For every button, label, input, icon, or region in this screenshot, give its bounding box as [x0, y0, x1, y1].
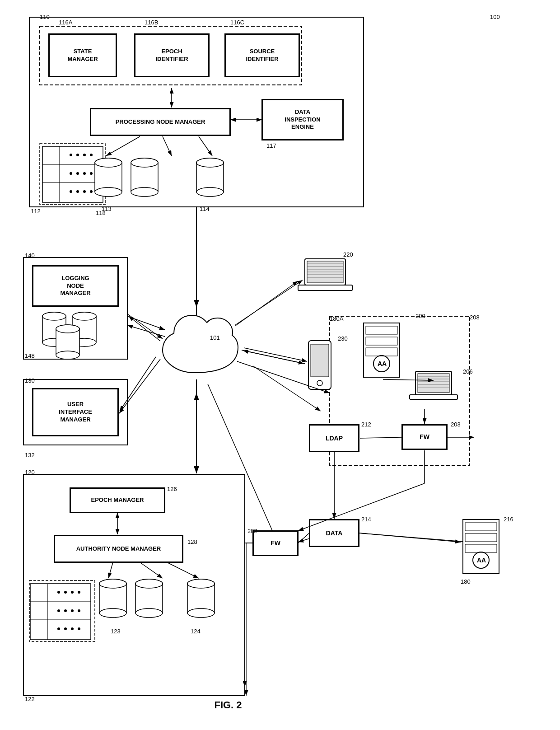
svg-line-41 — [360, 437, 402, 438]
logging-node-manager-box: LOGGINGNODEMANAGER — [33, 266, 118, 306]
phone-230 — [305, 340, 334, 392]
svg-point-114 — [57, 627, 60, 630]
cylinder-113a — [93, 157, 124, 198]
state-manager-box: STATEMANAGER — [49, 34, 117, 77]
svg-line-178 — [243, 351, 305, 364]
data-inspection-engine-box: DATAINSPECTIONENGINE — [262, 99, 343, 140]
ref-112: 112 — [31, 208, 41, 215]
svg-point-64 — [83, 190, 86, 193]
ref-120: 120 — [25, 469, 35, 476]
svg-rect-144 — [298, 285, 352, 290]
ref-124: 124 — [191, 628, 201, 635]
epoch-manager-box: EPOCH MANAGER — [70, 488, 165, 513]
ref-212: 212 — [361, 421, 371, 428]
cylinder-123a — [97, 578, 129, 619]
svg-line-176 — [235, 281, 298, 326]
ref-208: 208 — [470, 314, 480, 321]
ldap-box: LDAP — [309, 425, 359, 452]
svg-point-134 — [187, 608, 215, 618]
svg-rect-149 — [364, 323, 400, 377]
ref-206: 206 — [463, 368, 473, 375]
svg-rect-162 — [410, 395, 457, 399]
data-box: DATA — [309, 519, 359, 547]
svg-line-34 — [244, 348, 307, 361]
svg-point-56 — [83, 154, 86, 156]
svg-point-113 — [78, 609, 80, 612]
server-180: AA — [461, 517, 501, 576]
svg-point-57 — [90, 154, 93, 156]
svg-line-46 — [359, 533, 470, 542]
svg-text:AA: AA — [477, 557, 486, 564]
svg-point-63 — [76, 190, 79, 193]
grid-icon-bottom — [29, 583, 92, 641]
svg-line-13 — [163, 136, 172, 156]
cloud-shape — [149, 307, 239, 379]
ref-130: 130 — [25, 377, 35, 384]
svg-point-77 — [131, 158, 158, 167]
svg-line-25 — [108, 562, 113, 578]
svg-point-54 — [70, 154, 72, 156]
svg-line-177 — [242, 350, 304, 364]
ref-116a: 116A — [59, 19, 72, 26]
processing-node-manager-box: PROCESSING NODE MANAGER — [90, 108, 230, 136]
svg-point-110 — [57, 609, 60, 612]
svg-point-128 — [135, 608, 163, 618]
svg-point-109 — [78, 591, 80, 594]
svg-point-135 — [187, 579, 215, 588]
svg-line-49 — [208, 384, 278, 543]
diagram-container: 100 110 116A STATEMANAGER 116B EPOCHIDEN… — [0, 0, 560, 730]
svg-point-123 — [99, 579, 126, 588]
ref-220: 220 — [343, 251, 353, 258]
svg-point-107 — [64, 591, 67, 594]
laptop-220 — [296, 257, 355, 302]
ref-132: 132 — [25, 452, 35, 459]
svg-point-95 — [73, 312, 96, 320]
svg-line-45 — [298, 533, 309, 543]
svg-point-76 — [131, 187, 158, 197]
svg-point-89 — [42, 312, 66, 320]
svg-point-83 — [196, 158, 224, 167]
svg-point-55 — [76, 154, 79, 156]
svg-point-82 — [196, 187, 224, 197]
svg-line-26 — [140, 562, 163, 578]
svg-rect-163 — [463, 519, 499, 574]
fw-bottom-box: FW — [253, 531, 298, 556]
svg-point-71 — [95, 158, 122, 167]
ref-214: 214 — [361, 516, 371, 523]
ref-100: 100 — [490, 14, 500, 20]
svg-point-122 — [99, 608, 126, 618]
cylinder-log-c — [54, 324, 81, 360]
ref-116c: 116C — [230, 19, 244, 26]
ref-117: 117 — [266, 142, 276, 149]
svg-point-100 — [56, 351, 79, 359]
ref-128: 128 — [187, 538, 197, 545]
ref-180a: 180A — [330, 315, 343, 322]
ref-101: 101 — [210, 334, 220, 341]
svg-point-106 — [57, 591, 60, 594]
ref-122: 122 — [25, 696, 35, 702]
cylinder-114 — [194, 157, 226, 198]
cylinder-113b — [129, 157, 160, 198]
svg-point-115 — [64, 627, 67, 630]
svg-line-14 — [199, 136, 212, 156]
svg-rect-102 — [30, 584, 91, 640]
cylinder-123b — [133, 578, 165, 619]
ref-230: 230 — [338, 335, 348, 342]
figure-caption: FIG. 2 — [172, 699, 285, 711]
svg-point-116 — [71, 627, 74, 630]
svg-point-129 — [135, 579, 163, 588]
svg-line-33 — [235, 280, 303, 325]
ref-202: 202 — [247, 528, 257, 534]
svg-line-12 — [106, 136, 140, 156]
ref-200: 200 — [415, 313, 425, 319]
svg-point-111 — [64, 609, 67, 612]
svg-point-62 — [70, 190, 72, 193]
svg-text:AA: AA — [378, 360, 387, 367]
ref-126: 126 — [167, 486, 177, 492]
svg-point-117 — [78, 627, 80, 630]
svg-point-101 — [56, 325, 79, 333]
svg-line-27 — [167, 562, 199, 578]
fw-top-box: FW — [402, 425, 447, 449]
ref-123: 123 — [111, 628, 121, 635]
authority-node-manager-box: AUTHORITY NODE MANAGER — [54, 535, 183, 562]
